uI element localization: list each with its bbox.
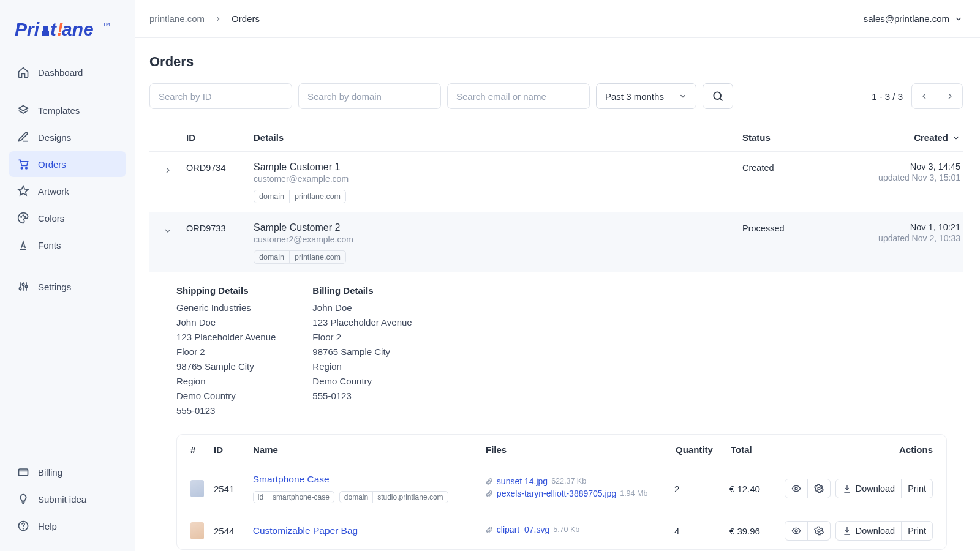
col-item-actions: Actions (786, 444, 933, 455)
account-menu[interactable]: sales@printlane.com (864, 13, 963, 24)
settings-button[interactable] (808, 479, 830, 498)
item-id: 2541 (214, 484, 253, 494)
nav-fonts[interactable]: Fonts (9, 232, 126, 258)
updated-date: updated Nov 3, 15:01 (853, 173, 960, 182)
orders-table-header: ID Details Status Created (149, 125, 963, 152)
nav-templates[interactable]: Templates (9, 97, 126, 123)
nav-label: Artwork (38, 186, 69, 197)
search-icon (712, 90, 724, 102)
nav-help[interactable]: Help (9, 513, 126, 539)
print-button[interactable]: Print (902, 522, 932, 540)
nav-billing[interactable]: Billing (9, 459, 126, 485)
domain-chip: domain printlane.com (254, 250, 346, 264)
nav-dashboard[interactable]: Dashboard (9, 59, 126, 85)
col-item-name: Name (253, 444, 486, 455)
svg-rect-1 (42, 31, 49, 36)
layers-icon (17, 104, 29, 116)
date-range-label: Past 3 months (605, 91, 664, 102)
updated-date: updated Nov 2, 10:33 (853, 233, 960, 243)
id-chip: idsmartphone-case (253, 491, 334, 503)
item-name-link[interactable]: Smartphone Case (253, 474, 485, 485)
download-button[interactable]: Download (836, 522, 902, 540)
search-id-input[interactable] (149, 83, 292, 109)
col-details: Details (254, 132, 742, 143)
eye-icon (791, 484, 801, 493)
paperclip-icon (485, 478, 493, 485)
file-link[interactable]: sunset 14.jpg (497, 476, 548, 486)
nav-colors[interactable]: Colors (9, 205, 126, 231)
customer-email: customer@example.com (254, 174, 742, 184)
sidebar: Pri t ! ane TM Dashboard Templates Desig… (0, 0, 135, 551)
paperclip-icon (485, 526, 493, 534)
chevron-left-icon (919, 91, 929, 101)
col-item-total: Total (731, 444, 786, 455)
nav-submit-idea[interactable]: Submit idea (9, 486, 126, 512)
svg-point-8 (26, 167, 28, 169)
nav-orders[interactable]: Orders (9, 151, 126, 177)
svg-point-7 (21, 167, 23, 169)
preview-button[interactable] (785, 479, 808, 498)
nav-artwork[interactable]: Artwork (9, 178, 126, 204)
brand-logo: Pri t ! ane TM (0, 10, 135, 59)
svg-point-13 (22, 283, 24, 285)
file-line: clipart_07.svg 5.70 Kb (485, 525, 674, 534)
order-row: ORD9734 Sample Customer 1 customer@examp… (149, 152, 963, 212)
breadcrumb: printlane.com Orders (149, 13, 260, 24)
download-button[interactable]: Download (836, 479, 902, 498)
expand-toggle[interactable] (149, 162, 186, 203)
item-thumbnail (190, 480, 204, 497)
print-button[interactable]: Print (902, 479, 932, 498)
chevron-down-icon (163, 226, 173, 236)
order-expanded-body: Shipping Details Generic Industries John… (149, 272, 963, 551)
col-item-qty: Quantity (676, 444, 731, 455)
chevron-right-icon (945, 91, 955, 101)
nav-designs[interactable]: Designs (9, 124, 126, 150)
divider (851, 10, 851, 28)
account-email: sales@printlane.com (864, 13, 949, 24)
nav-label: Templates (38, 105, 80, 116)
item-name-link[interactable]: Customizable Paper Bag (253, 525, 485, 536)
preview-button[interactable] (785, 522, 808, 540)
file-line: pexels-taryn-elliott-3889705.jpg 1.94 Mb (485, 489, 674, 498)
col-status: Status (742, 132, 853, 143)
page-next-button[interactable] (937, 83, 963, 109)
star-icon (17, 185, 29, 197)
search-button[interactable] (703, 83, 733, 109)
svg-text:TM: TM (103, 21, 110, 27)
nav-label: Orders (38, 159, 66, 170)
expand-toggle[interactable] (149, 222, 186, 264)
svg-text:ane: ane (62, 20, 94, 39)
customer-name: Sample Customer 2 (254, 222, 742, 233)
page-prev-button[interactable] (911, 83, 937, 109)
nav-label: Designs (38, 132, 71, 143)
search-contact-input[interactable] (447, 83, 590, 109)
file-link[interactable]: clipart_07.svg (497, 525, 549, 534)
shipping-details: Shipping Details Generic Industries John… (176, 283, 276, 418)
pagination-text: 1 - 3 / 3 (872, 91, 903, 102)
card-icon (17, 466, 29, 478)
svg-rect-15 (19, 469, 28, 476)
file-size: 622.37 Kb (551, 477, 586, 485)
domain-chip: domain printlane.com (254, 190, 346, 203)
order-row: ORD9733 Sample Customer 2 customer2@exam… (149, 212, 963, 272)
search-domain-input[interactable] (298, 83, 441, 109)
file-line: sunset 14.jpg 622.37 Kb (485, 476, 674, 486)
created-date: Nov 3, 14:45 (853, 162, 960, 171)
date-range-dropdown[interactable]: Past 3 months (596, 83, 696, 109)
nav-settings[interactable]: Settings (9, 274, 126, 299)
settings-button[interactable] (808, 522, 830, 540)
svg-point-20 (818, 487, 820, 490)
bulb-icon (17, 493, 29, 505)
customer-email: customer2@example.com (254, 234, 742, 244)
file-link[interactable]: pexels-taryn-elliott-3889705.jpg (497, 489, 616, 498)
line-item-row: 2541 Smartphone Case idsmartphone-case d… (177, 465, 946, 512)
order-status: Processed (742, 222, 853, 264)
created-date: Nov 1, 10:21 (853, 222, 960, 232)
breadcrumb-root[interactable]: printlane.com (149, 13, 205, 24)
col-id: ID (186, 132, 254, 143)
col-created[interactable]: Created (853, 132, 963, 143)
page-title: Orders (149, 54, 963, 70)
chevron-right-icon (163, 165, 173, 175)
svg-point-12 (19, 288, 21, 290)
chevron-down-icon (954, 15, 963, 23)
